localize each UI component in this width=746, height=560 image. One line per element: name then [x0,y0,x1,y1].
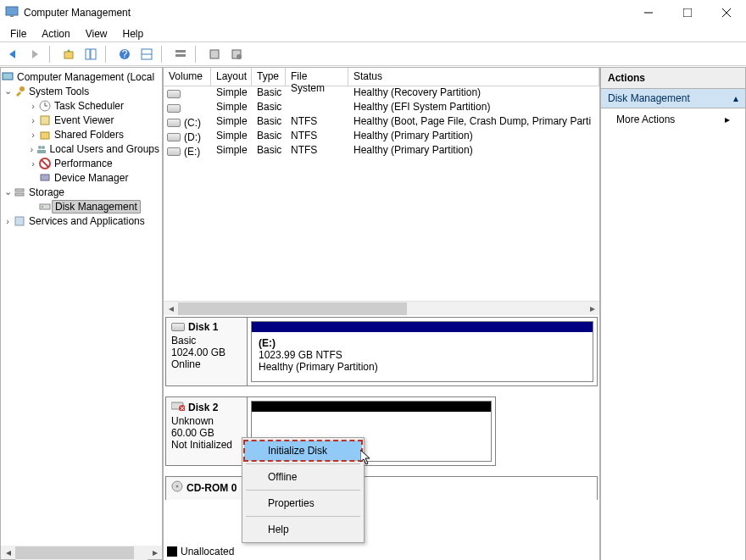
up-button[interactable] [59,45,78,64]
ctx-offline[interactable]: Offline [244,467,362,487]
collapse-icon[interactable]: ⌄ [3,86,13,97]
tree-hscroll[interactable]: ◂ ▸ [0,546,163,560]
ctx-help[interactable]: Help [244,519,362,540]
col-filesystem[interactable]: File System [286,68,348,86]
expand-icon[interactable]: › [28,101,38,111]
tree-storage[interactable]: ⌄ Storage [1,185,162,199]
collapse-icon[interactable]: ⌄ [3,186,13,197]
actions-category[interactable]: Disk Management ▴ [601,89,745,108]
expand-icon[interactable]: › [3,216,13,226]
volume-row[interactable]: (D:) Simple Basic NTFS Healthy (Primary … [164,130,599,144]
menu-file[interactable]: File [10,25,26,42]
tree-system-tools[interactable]: ⌄ System Tools [1,84,162,98]
svg-rect-23 [41,116,49,125]
svg-rect-31 [15,189,24,191]
users-icon [36,142,47,156]
partition-e[interactable]: (E:) 1023.99 GB NTFS Healthy (Primary Pa… [251,321,593,382]
col-volume[interactable]: Volume [164,68,211,86]
tree-performance[interactable]: › Performance [1,156,162,170]
volume-icon [167,133,181,141]
show-hide-tree-button[interactable] [81,45,100,64]
scroll-thumb[interactable] [15,546,134,559]
tree-device-manager[interactable]: › Device Manager [1,170,162,185]
panel-button[interactable] [137,45,156,64]
col-type[interactable]: Type [252,68,286,86]
menu-bar: File Action View Help [0,25,746,42]
volume-row[interactable]: (E:) Simple Basic NTFS Healthy (Primary … [164,144,599,158]
back-button[interactable] [3,45,22,64]
disk-state: Online [171,358,242,370]
cursor-icon [360,450,372,468]
svg-rect-13 [175,50,186,53]
svg-point-26 [42,146,45,149]
col-status[interactable]: Status [348,68,599,86]
event-icon [38,114,52,127]
forward-button[interactable] [25,45,44,64]
disk-row-cdrom[interactable]: CD-ROM 0 [165,476,598,500]
disk-type: Unknown [171,415,242,427]
volume-hscroll[interactable]: ◂ ▸ [164,301,599,315]
volume-row[interactable]: (C:) Simple Basic NTFS Healthy (Boot, Pa… [164,115,599,130]
menu-help[interactable]: Help [123,25,144,42]
svg-line-29 [42,160,48,167]
close-button[interactable] [707,1,746,25]
tree-shared-folders[interactable]: › Shared Folders [1,127,162,141]
volume-icon [167,90,181,98]
window-title: Computer Management [24,7,131,19]
tree-disk-management[interactable]: › Disk Management [1,199,162,213]
col-layout[interactable]: Layout [211,68,252,86]
minimize-button[interactable] [629,1,668,25]
window-controls [629,1,746,25]
legend: Unallocated [167,543,234,560]
details-button[interactable] [171,45,190,64]
disk-warning-icon [171,401,185,413]
volume-row[interactable]: Simple Basic Healthy (Recovery Partition… [164,86,599,101]
tree-task-scheduler[interactable]: › Task Scheduler [1,98,162,113]
settings-button[interactable] [205,45,224,64]
svg-rect-15 [210,50,219,58]
volume-icon [167,104,181,113]
help-button[interactable]: ? [115,45,134,64]
center-pane: Volume Layout Type File System Status Si… [163,67,600,560]
svg-rect-0 [6,7,18,15]
legend-swatch-unallocated [167,546,177,557]
svg-point-19 [19,86,25,91]
expand-icon[interactable]: › [28,130,38,140]
disk-header: Disk 1 Basic 1024.00 GB Online [166,318,248,385]
scroll-left-icon[interactable]: ◂ [164,302,178,315]
clock-icon [38,99,52,113]
tree-root[interactable]: Computer Management (Local [1,69,162,84]
disk-size: 1024.00 GB [171,347,242,358]
ctx-properties[interactable]: Properties [244,493,362,513]
svg-rect-14 [175,54,186,57]
tree-services-apps[interactable]: › Services and Applications [1,213,162,228]
ctx-initialize-disk[interactable]: Initialize Disk [244,441,362,461]
maximize-button[interactable] [668,1,707,25]
svg-rect-35 [15,217,24,225]
main-content: Computer Management (Local ⌄ System Tool… [0,66,746,560]
tools-icon [13,85,26,98]
menu-view[interactable]: View [86,25,108,42]
expand-icon[interactable]: › [28,115,38,125]
scroll-right-icon[interactable]: ▸ [585,302,599,315]
expand-icon[interactable]: › [28,158,38,169]
tree-event-viewer[interactable]: › Event Viewer [1,113,162,127]
actions-more[interactable]: More Actions ▸ [601,108,745,130]
tree-local-users[interactable]: › Local Users and Groups [1,141,162,156]
scroll-right-icon[interactable]: ▸ [148,546,162,560]
cdrom-icon [171,480,183,495]
scroll-thumb[interactable] [178,302,407,315]
svg-point-39 [176,485,179,488]
disk-size: 60.00 GB [171,427,242,439]
computer-icon [1,70,14,84]
menu-action[interactable]: Action [42,25,70,42]
disk-row-1[interactable]: Disk 1 Basic 1024.00 GB Online (E:) 1023… [165,317,598,386]
scroll-left-icon[interactable]: ◂ [1,546,15,560]
svg-rect-27 [37,150,46,153]
collapse-icon: ▴ [733,92,738,104]
svg-rect-18 [3,73,13,80]
volume-list: Volume Layout Type File System Status Si… [164,68,599,315]
expand-icon[interactable]: › [28,144,36,154]
extra-button[interactable] [227,45,246,64]
volume-row[interactable]: Simple Basic Healthy (EFI System Partiti… [164,101,599,115]
